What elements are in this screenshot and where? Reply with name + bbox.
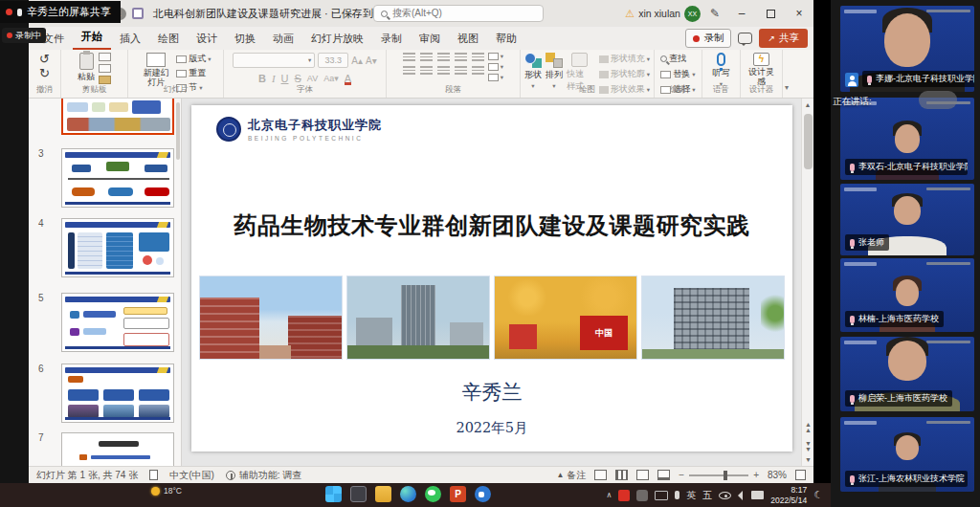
notes-page-icon[interactable] <box>149 470 158 480</box>
edge-browser-icon[interactable] <box>400 486 416 502</box>
participant-tile[interactable]: 李双石-北京电子科技职业学院 <box>840 98 974 180</box>
meeting-app-icon[interactable] <box>475 486 491 502</box>
tab-insert[interactable]: 插入 <box>111 28 149 50</box>
slide[interactable]: 北京电子科技职业学院 BEIJING POLYTECHNIC 药品生物技术专业群… <box>191 105 792 452</box>
numbering-icon[interactable] <box>420 53 433 62</box>
participant-tile[interactable]: 李娜-北京电子科技职业学院 <box>840 6 974 92</box>
recording-tray-icon[interactable] <box>618 490 630 501</box>
keyboard-tray-icon[interactable] <box>655 491 668 500</box>
night-mode-icon[interactable]: ☾ <box>813 489 823 501</box>
find-button[interactable]: 查找 <box>660 53 686 65</box>
slide-canvas[interactable]: 北京电子科技职业学院 BEIJING POLYTECHNIC 药品生物技术专业群… <box>182 99 801 466</box>
volume-tray-icon[interactable] <box>738 491 743 500</box>
tab-record[interactable]: 录制 <box>372 28 411 50</box>
font-name-select[interactable]: ▾ <box>233 53 315 68</box>
reset-button[interactable]: 重置 <box>176 67 211 79</box>
thumbnail-slide-2[interactable] <box>61 99 174 135</box>
scroll-down-icon[interactable]: ▼ <box>802 453 814 466</box>
tab-home[interactable]: 开始 <box>73 26 111 50</box>
fit-slide-button[interactable] <box>795 470 806 480</box>
taskbar-clock[interactable]: 8:17 2022/5/14 <box>770 485 807 505</box>
mic-tray-icon[interactable] <box>675 491 679 499</box>
comments-icon[interactable] <box>738 33 752 44</box>
cut-icon[interactable] <box>99 53 111 61</box>
strikethrough-button[interactable]: S <box>295 73 301 84</box>
reading-view-button[interactable] <box>636 470 649 480</box>
new-slide-button[interactable]: 新建幻灯片 <box>140 53 172 88</box>
tab-view[interactable]: 视图 <box>449 28 487 50</box>
slide-sorter-view-button[interactable] <box>615 470 628 480</box>
justify-icon[interactable] <box>455 66 467 76</box>
tab-transitions[interactable]: 切换 <box>226 28 264 50</box>
tab-help[interactable]: 帮助 <box>487 28 525 50</box>
underline-button[interactable]: U <box>281 73 289 84</box>
tray-expand-icon[interactable]: ∧ <box>606 491 612 499</box>
bold-button[interactable]: B <box>258 73 266 84</box>
design-ideas-button[interactable]: ϟ 设计灵感 <box>748 53 775 87</box>
maximize-button[interactable] <box>758 1 783 26</box>
avatar[interactable]: XX <box>684 6 701 22</box>
shape-outline-button[interactable]: 形状轮廓▾ <box>599 68 650 80</box>
line-spacing-icon[interactable] <box>472 53 484 62</box>
screen-share-indicator[interactable]: 辛秀兰的屏幕共享 <box>0 1 121 23</box>
app-tray-icon[interactable] <box>636 490 648 501</box>
dictate-button[interactable]: 听写 ▾ <box>713 53 730 88</box>
next-slide-button[interactable]: ▼▼ <box>802 441 814 452</box>
user-name[interactable]: xin xiulan <box>638 8 680 19</box>
zoom-out-icon[interactable]: − <box>679 470 684 480</box>
font-size-select[interactable]: 33.3 <box>318 53 348 68</box>
thumbnail-slide-3[interactable] <box>61 148 174 208</box>
align-left-icon[interactable] <box>403 66 415 76</box>
participant-tile[interactable]: 张江-上海农林职业技术学院 <box>840 417 974 492</box>
search-input[interactable]: 搜索(Alt+Q) <box>373 5 544 22</box>
smartart-button[interactable]: ▾ <box>488 74 503 81</box>
decrease-indent-icon[interactable] <box>437 53 450 62</box>
weather-widget[interactable]: 18°C <box>151 486 182 496</box>
tab-design[interactable]: 设计 <box>188 28 226 50</box>
font-color-button[interactable]: A <box>345 73 351 84</box>
slideshow-button[interactable] <box>657 470 670 480</box>
shape-fill-button[interactable]: 形状填充▾ <box>599 53 650 65</box>
tab-draw[interactable]: 绘图 <box>149 28 188 50</box>
thumbnail-scrollbar[interactable] <box>176 102 180 160</box>
char-spacing-button[interactable]: AV <box>307 74 318 83</box>
align-text-button[interactable]: ▾ <box>488 63 503 71</box>
layout-button[interactable]: 版式 ▾ <box>176 53 211 65</box>
ime-mode-indicator[interactable]: 五 <box>702 489 712 502</box>
thumbnail-slide-7[interactable] <box>61 432 174 466</box>
powerpoint-taskbar-icon[interactable]: P <box>450 486 466 502</box>
task-view-button[interactable] <box>350 486 367 502</box>
copy-icon[interactable] <box>99 64 111 73</box>
align-center-icon[interactable] <box>420 66 433 76</box>
zoom-in-icon[interactable]: + <box>753 470 759 480</box>
columns-icon[interactable] <box>472 66 484 76</box>
participant-tile[interactable]: 张老师 <box>840 184 974 255</box>
italic-button[interactable]: I <box>272 73 276 84</box>
replace-button[interactable]: 替换▾ <box>660 68 695 80</box>
thumbnail-slide-5[interactable] <box>61 293 174 352</box>
thumbnail-panel[interactable]: 3 4 5 <box>29 99 182 466</box>
tab-review[interactable]: 审阅 <box>411 28 449 50</box>
camera-tray-icon[interactable] <box>751 491 764 499</box>
start-button[interactable] <box>325 486 342 502</box>
language-status[interactable]: 中文(中国) <box>169 469 214 482</box>
tab-slideshow[interactable]: 幻灯片放映 <box>302 28 372 50</box>
pen-icon[interactable]: ✎ <box>710 7 720 20</box>
format-painter-icon[interactable] <box>99 76 111 84</box>
grow-font-button[interactable]: A▴ <box>351 55 363 66</box>
eye-care-tray-icon[interactable] <box>719 492 731 499</box>
minimize-button[interactable]: – <box>729 1 754 26</box>
save-icon[interactable] <box>132 8 144 19</box>
file-explorer-icon[interactable] <box>375 486 391 502</box>
participant-tile[interactable]: 林楠-上海市医药学校 <box>840 258 974 332</box>
notes-button[interactable]: ▲备注 <box>556 469 586 482</box>
shrink-font-button[interactable]: A▾ <box>366 55 377 66</box>
text-direction-button[interactable]: ▾ <box>488 53 503 60</box>
wechat-icon[interactable] <box>425 486 441 502</box>
previous-slide-button[interactable]: ▲▲ <box>802 422 814 433</box>
scrollbar-thumb[interactable] <box>804 114 813 169</box>
ime-language-indicator[interactable]: 英 <box>686 489 696 502</box>
align-right-icon[interactable] <box>437 66 450 76</box>
tab-animations[interactable]: 动画 <box>264 28 302 50</box>
redo-icon[interactable]: ↻ <box>39 67 50 79</box>
